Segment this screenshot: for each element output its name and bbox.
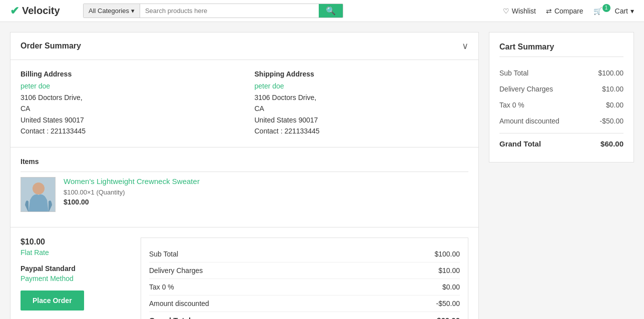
item-total: $100.00 <box>64 198 468 206</box>
summary-label: Delivery Charges <box>149 266 203 274</box>
summary-value: $10.00 <box>438 266 460 274</box>
summary-row: Grand Total$60.00 <box>149 312 460 319</box>
cart-summary-row: Delivery Charges$10.00 <box>499 81 623 97</box>
cart-row-value: $10.00 <box>602 85 623 93</box>
order-summary-title: Order Summary <box>21 42 81 50</box>
cart-row-label: Delivery Charges <box>499 85 553 93</box>
cart-summary-row: Sub Total$100.00 <box>499 65 623 81</box>
summary-value: $100.00 <box>434 250 460 258</box>
order-summary-panel: Order Summary ∨ Billing Address peter do… <box>10 32 479 319</box>
cart-summary-sidebar: Cart Summary Sub Total$100.00Delivery Ch… <box>489 32 634 162</box>
cart-row-label: Sub Total <box>499 69 528 77</box>
billing-line2: CA <box>21 103 235 114</box>
shipping-price: $10.00 <box>21 238 131 246</box>
item-details: Women's Lightweight Crewneck Sweater $10… <box>64 177 468 206</box>
cart-row-value: $100.00 <box>598 69 623 77</box>
summary-label: Tax 0 % <box>149 283 174 291</box>
billing-contact: Contact : 221133445 <box>21 126 235 136</box>
svg-point-1 <box>33 182 45 194</box>
chevron-icon[interactable]: ∨ <box>462 40 468 52</box>
shipping-address: Shipping Address peter doe 3106 Doctors … <box>255 70 469 137</box>
billing-line1: 3106 Doctors Drive, <box>21 92 235 103</box>
cart-summary-rows: Sub Total$100.00Delivery Charges$10.00Ta… <box>499 65 623 129</box>
cart-row-value: $0.00 <box>606 101 623 109</box>
summary-row: Sub Total$100.00 <box>149 246 460 262</box>
cart-link[interactable]: 🛒 1 Cart ▾ <box>593 7 634 15</box>
summary-label: Amount discounted <box>149 300 209 308</box>
place-order-button[interactable]: Place Order <box>21 290 84 310</box>
items-label: Items <box>21 158 468 166</box>
cart-grand-label: Grand Total <box>499 140 541 148</box>
logo-check-icon: ✔ <box>10 4 19 18</box>
compare-icon: ⇄ <box>546 7 552 15</box>
summary-label: Grand Total <box>149 316 191 319</box>
payment-method-link[interactable]: Payment Method <box>21 274 131 282</box>
shipping-address-label: Shipping Address <box>255 70 469 78</box>
billing-address: Billing Address peter doe 3106 Doctors D… <box>21 70 235 137</box>
logo-text: Velocity <box>22 5 60 16</box>
inline-summary-table: Sub Total$100.00Delivery Charges$10.00Ta… <box>141 238 468 319</box>
addresses-section: Billing Address peter doe 3106 Doctors D… <box>11 60 478 148</box>
order-summary-header: Order Summary ∨ <box>11 32 478 60</box>
product-thumbnail <box>21 178 55 212</box>
header-actions: ♡ Wishlist ⇄ Compare 🛒 1 Cart ▾ <box>503 7 634 15</box>
payment-title: Paypal Standard <box>21 264 131 272</box>
cart-summary-title: Cart Summary <box>499 42 623 57</box>
cart-grand-total-row: Grand Total $60.00 <box>499 133 623 152</box>
search-bar: All Categories ▾ 🔍 <box>83 4 343 18</box>
wishlist-label: Wishlist <box>512 7 536 15</box>
logo[interactable]: ✔ Velocity <box>10 4 75 18</box>
shipping-payment-section: $10.00 Flat Rate Paypal Standard Payment… <box>11 227 478 319</box>
shipping-contact: Contact : 221133445 <box>255 126 469 136</box>
cart-row-label: Amount discounted <box>499 117 559 125</box>
cart-dropdown-icon: ▾ <box>630 7 634 15</box>
summary-value: -$50.00 <box>436 300 460 308</box>
search-input[interactable] <box>140 4 319 18</box>
table-row: Women's Lightweight Crewneck Sweater $10… <box>21 172 468 217</box>
item-name-link[interactable]: Women's Lightweight Crewneck Sweater <box>64 177 468 186</box>
search-icon: 🔍 <box>326 6 336 15</box>
cart-grand-value: $60.00 <box>600 140 623 148</box>
flat-rate-label: Flat Rate <box>21 248 131 256</box>
cart-label: Cart <box>615 7 628 15</box>
main-content: Order Summary ∨ Billing Address peter do… <box>0 22 644 319</box>
summary-value: $60.00 <box>437 316 460 319</box>
category-label: All Categories <box>89 7 129 14</box>
compare-link[interactable]: ⇄ Compare <box>546 7 583 15</box>
summary-row: Amount discounted-$50.00 <box>149 296 460 312</box>
shipping-line3: United States 90017 <box>255 114 469 126</box>
shipping-left: $10.00 Flat Rate Paypal Standard Payment… <box>21 238 131 310</box>
cart-row-label: Tax 0 % <box>499 101 524 109</box>
summary-row: Tax 0 %$0.00 <box>149 279 460 296</box>
item-price-qty: $100.00×1 (Quantity) <box>64 188 468 196</box>
billing-name: peter doe <box>21 82 235 90</box>
cart-summary-row: Amount discounted-$50.00 <box>499 113 623 129</box>
item-image <box>21 177 56 212</box>
shipping-line2: CA <box>255 103 469 114</box>
wishlist-link[interactable]: ♡ Wishlist <box>503 7 536 15</box>
cart-badge: 1 <box>602 4 610 12</box>
shipping-name: peter doe <box>255 82 469 90</box>
billing-address-label: Billing Address <box>21 70 235 78</box>
shipping-line1: 3106 Doctors Drive, <box>255 92 469 103</box>
cart-row-value: -$50.00 <box>600 117 623 125</box>
chevron-down-icon: ▾ <box>131 7 135 14</box>
summary-row: Delivery Charges$10.00 <box>149 262 460 279</box>
cart-summary-row: Tax 0 %$0.00 <box>499 97 623 113</box>
summary-value: $0.00 <box>442 283 460 291</box>
search-button[interactable]: 🔍 <box>319 4 343 18</box>
compare-label: Compare <box>554 7 583 15</box>
items-section: Items Women's Lightweight Crewnec <box>11 148 478 227</box>
heart-icon: ♡ <box>503 7 509 15</box>
summary-label: Sub Total <box>149 250 178 258</box>
cart-icon: 🛒 <box>593 7 602 15</box>
billing-line3: United States 90017 <box>21 114 235 126</box>
header: ✔ Velocity All Categories ▾ 🔍 ♡ Wishlist… <box>0 0 644 22</box>
category-dropdown[interactable]: All Categories ▾ <box>84 4 140 18</box>
